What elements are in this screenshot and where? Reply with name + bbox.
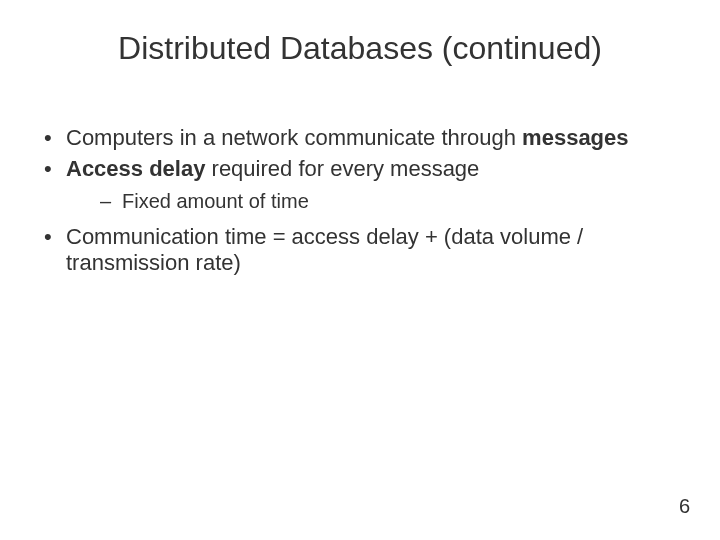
bullet-text: Communication time = access delay + (dat…	[66, 224, 583, 276]
page-number: 6	[679, 495, 690, 518]
slide-body: Computers in a network communicate throu…	[38, 125, 670, 281]
sub-bullet-list: Fixed amount of time	[66, 189, 670, 214]
bullet-item: Access delay required for every message …	[38, 156, 670, 214]
bullet-list: Computers in a network communicate throu…	[38, 125, 670, 277]
bullet-text: Computers in a network communicate throu…	[66, 125, 522, 150]
sub-bullet-item: Fixed amount of time	[66, 189, 670, 214]
sub-bullet-text: Fixed amount of time	[122, 190, 309, 212]
bullet-text-bold: Access delay	[66, 156, 205, 181]
bullet-item: Computers in a network communicate throu…	[38, 125, 670, 152]
bullet-text: required for every message	[205, 156, 479, 181]
slide: Distributed Databases (continued) Comput…	[0, 0, 720, 540]
bullet-item: Communication time = access delay + (dat…	[38, 224, 670, 278]
slide-title: Distributed Databases (continued)	[0, 30, 720, 67]
bullet-text-bold: messages	[522, 125, 628, 150]
